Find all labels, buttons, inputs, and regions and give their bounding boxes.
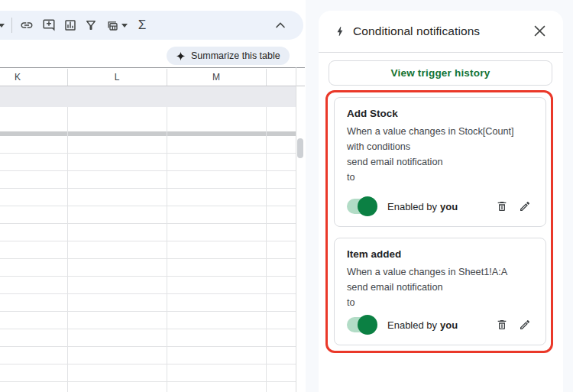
panel-title: Conditional notifications <box>353 24 480 38</box>
trash-icon <box>496 200 508 213</box>
spreadsheet-area: Σ Summarize this table K L M <box>0 0 306 392</box>
column-header-row: K L M <box>0 67 305 86</box>
trash-icon <box>496 319 508 332</box>
column-gridline <box>67 107 68 392</box>
notification-line: When a value changes in Sheet1!A:A <box>347 264 533 280</box>
column-gridline <box>266 107 267 392</box>
grid-right-edge <box>296 67 296 392</box>
insert-link-button[interactable] <box>20 18 34 32</box>
notification-line: to <box>347 170 533 185</box>
column-header-m[interactable]: M <box>212 72 220 83</box>
chart-icon <box>63 18 77 32</box>
insert-comment-button[interactable] <box>42 18 56 32</box>
enabled-status: Enabled byyou <box>387 319 458 331</box>
close-icon[interactable] <box>534 25 546 37</box>
delete-notification-button[interactable] <box>496 319 509 332</box>
screen: Σ Summarize this table K L M <box>0 0 573 392</box>
vertical-scrollbar-thumb[interactable] <box>297 138 303 158</box>
column-header-l[interactable]: L <box>115 72 120 83</box>
chevron-up-icon <box>275 22 286 28</box>
insert-chart-button[interactable] <box>63 18 77 32</box>
toggle-knob <box>358 315 377 335</box>
functions-button[interactable]: Σ <box>135 18 149 32</box>
conditional-notifications-panel: Conditional notifications View trigger h… <box>319 11 563 392</box>
header-gridline <box>266 69 267 86</box>
add-comment-icon <box>42 18 56 32</box>
pencil-icon <box>519 200 531 213</box>
table-tools-button[interactable] <box>105 18 128 32</box>
summarize-table-chip[interactable]: Summarize this table <box>167 47 290 65</box>
notification-title: Add Stock <box>347 107 533 120</box>
notification-title: Item added <box>347 248 533 261</box>
link-icon <box>20 18 34 32</box>
summarize-chip-label: Summarize this table <box>191 50 280 61</box>
enabled-toggle[interactable] <box>347 317 376 332</box>
toggle-knob <box>358 196 377 216</box>
notification-card: Add Stock When a value changes in Stock[… <box>334 97 546 227</box>
pencil-icon <box>519 319 531 332</box>
notification-line: send email notification <box>347 154 533 170</box>
hide-menus-button[interactable] <box>274 19 286 31</box>
enabled-toggle[interactable] <box>347 199 376 214</box>
toolbar-overflow-caret-icon[interactable] <box>0 24 5 28</box>
toolbar-divider <box>11 18 12 33</box>
create-filter-button[interactable] <box>84 18 98 32</box>
panel-header: Conditional notifications <box>319 11 563 53</box>
column-header-k[interactable]: K <box>15 72 21 83</box>
delete-notification-button[interactable] <box>496 200 509 213</box>
notification-footer: Enabled byyou <box>347 314 533 335</box>
notification-line: to <box>347 295 533 310</box>
view-trigger-history-button[interactable]: View trigger history <box>329 60 552 86</box>
filter-icon <box>84 18 98 32</box>
bolt-icon <box>334 25 346 37</box>
table-icon <box>105 18 119 32</box>
notification-footer: Enabled byyou <box>347 196 533 217</box>
header-gridline <box>167 69 167 86</box>
column-gridline <box>167 107 167 392</box>
sigma-icon: Σ <box>138 18 147 32</box>
sheet-grid-cells[interactable] <box>0 136 296 392</box>
sparkle-icon <box>176 51 186 61</box>
edit-notification-button[interactable] <box>519 319 532 332</box>
frozen-row-band[interactable] <box>0 86 296 107</box>
sheets-toolbar: Σ <box>0 11 303 40</box>
enabled-status: Enabled byyou <box>387 201 458 212</box>
notification-line: with conditions <box>347 139 533 154</box>
edit-notification-button[interactable] <box>519 200 532 213</box>
notification-card: Item added When a value changes in Sheet… <box>334 238 546 345</box>
notification-line: When a value changes in Stock[Count] <box>347 124 533 139</box>
notification-line: send email notification <box>347 280 533 295</box>
header-gridline <box>67 69 68 86</box>
table-caret-icon <box>121 24 128 28</box>
